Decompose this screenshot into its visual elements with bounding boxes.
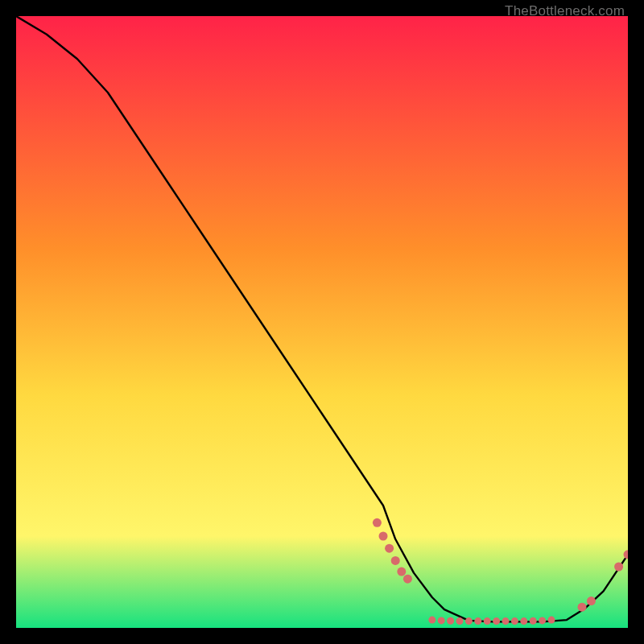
data-point [391, 556, 400, 565]
data-point [484, 617, 491, 625]
gradient-background [16, 16, 628, 628]
data-point [530, 617, 537, 625]
data-point [614, 563, 623, 572]
chart-container: TheBottleneck.com [0, 0, 644, 644]
data-point [403, 575, 412, 584]
data-point [502, 617, 510, 625]
data-point [428, 617, 436, 624]
data-point [379, 532, 388, 541]
bottleneck-plot [16, 16, 628, 628]
data-point [465, 617, 473, 625]
data-point [373, 518, 382, 527]
data-point [520, 617, 527, 625]
data-point [397, 568, 406, 576]
data-point [578, 603, 587, 612]
data-point [474, 617, 481, 625]
data-point [587, 597, 596, 605]
data-point [456, 617, 464, 625]
data-point [511, 617, 518, 625]
data-point [548, 617, 555, 624]
data-point [493, 617, 500, 625]
data-point [539, 617, 546, 624]
data-point [385, 544, 394, 553]
data-point [447, 617, 454, 625]
data-point [438, 617, 445, 624]
